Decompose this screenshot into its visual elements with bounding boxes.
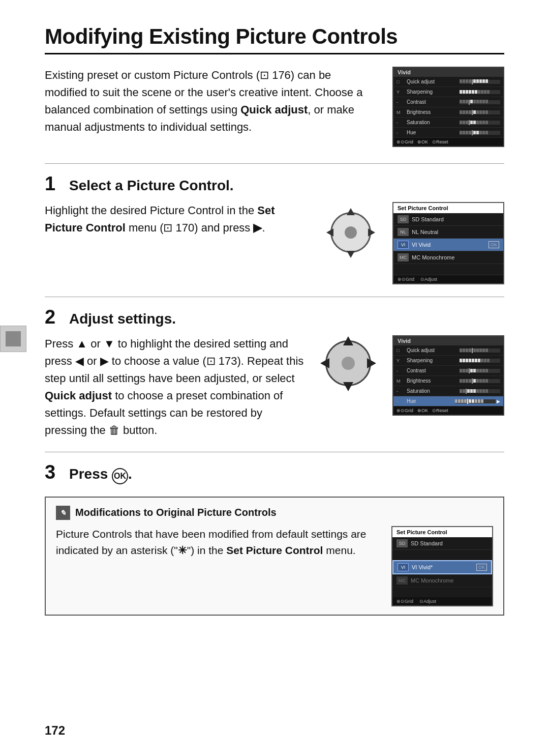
screen2-icon-sd: SD: [398, 215, 409, 223]
screen1-icon-5: -: [396, 120, 405, 125]
screen1-bar-4: [460, 110, 500, 114]
dpad-step2: [320, 335, 376, 391]
dpad2-arrow-left: [320, 358, 329, 368]
screen4-label-sd: SD Standard: [411, 540, 488, 546]
screen3-row-saturation: - Saturation: [393, 386, 503, 396]
screen1-label-6: Hue: [407, 130, 460, 135]
step3-section: 3 Press OK.: [45, 452, 504, 484]
note-title: Modifications to Original Picture Contro…: [75, 507, 277, 518]
step3-title: Press OK.: [69, 466, 132, 484]
screen-vivid-1: Vivid □ Quick adjust Y: [392, 67, 504, 147]
screen1-row-saturation: - Saturation: [393, 118, 503, 128]
screen1-icon-4: M: [396, 110, 405, 115]
intro-block: Existing preset or custom Picture Contro…: [45, 67, 504, 147]
screen1-label-1: Quick adjust: [407, 79, 460, 84]
screen2-label-sd: SD Standard: [412, 216, 499, 222]
step1-section: 1 Select a Picture Control. Highlight th…: [45, 163, 504, 284]
screen4-icon-sd: SD: [396, 539, 408, 547]
step1-title: Select a Picture Control.: [69, 178, 234, 194]
screen1-icon-2: Y: [396, 90, 405, 95]
screen4-icon-vi: VI: [398, 563, 409, 571]
screen1-row-contrast: - Contrast: [393, 97, 503, 107]
screen1-bar-5: [460, 121, 500, 125]
step2-text: Press ▲ or ▼ to highlight the desired se…: [45, 335, 304, 440]
screen2-item-mc: MC MC Monochrome: [393, 251, 503, 264]
screen1-footer-ok: ⊛OK: [417, 139, 428, 144]
step2-header: 2 Adjust settings.: [45, 307, 504, 327]
screen2-item-nl: NL NL Neutral: [393, 226, 503, 239]
step1-number: 1: [45, 174, 63, 193]
screen4-ok-vi: OK: [476, 564, 487, 571]
screen2-footer: ⊛⊙Grid ⊙Adjust: [393, 275, 503, 283]
screen-set-picture-control-2: Set Picture Control SD SD Standard VI VI…: [391, 526, 493, 606]
note-icon: ✎: [56, 506, 70, 520]
dpad-step1: [325, 207, 376, 258]
screen3-icon-2: Y: [396, 358, 405, 363]
screen3-row-hue: - Hue ▶: [393, 396, 503, 406]
screen1-icon-6: -: [396, 130, 405, 135]
note-content: Picture Controls that have been modified…: [56, 526, 493, 606]
screen2-item-vi: VI VI Vivid OK: [393, 239, 503, 251]
screen3-icon-1: □: [396, 348, 405, 353]
screen3-label-2: Sharpening: [407, 358, 460, 363]
step2-title: Adjust settings.: [69, 311, 176, 327]
screen4-item-sd: SD SD Standard: [392, 537, 492, 550]
screen3-bar-5: [460, 389, 500, 393]
screen4-item-vi: VI VI Vivid* OK: [392, 560, 492, 574]
screen3-bar-3: [460, 369, 500, 373]
screen1-row-hue: - Hue: [393, 128, 503, 138]
screen4-label-vi: VI Vivid*: [412, 564, 476, 570]
page-number: 172: [45, 723, 65, 738]
screen3-label-4: Brightness: [407, 378, 460, 384]
screen3-icon-5: -: [396, 389, 405, 394]
screen3-label-6: Hue: [407, 398, 455, 404]
ok-circle: OK: [112, 468, 128, 484]
screen3-footer-ok: ⊛OK: [417, 408, 428, 413]
screen1-row-quickadjust: □ Quick adjust: [393, 77, 503, 87]
screen3-label-3: Contrast: [407, 368, 460, 373]
screen1-bar-1: [460, 80, 500, 84]
step3-number: 3: [45, 462, 63, 482]
screen2-label-mc: MC Monochrome: [412, 254, 499, 260]
screen1-bar-2: [460, 90, 500, 94]
screen1-footer: ⊛⊙Grid ⊛OK ⊙Reset: [393, 138, 503, 146]
screen1-bar-6: [460, 131, 500, 135]
screen3-label-5: Saturation: [407, 388, 460, 394]
dpad-arrow-down: [347, 251, 355, 258]
step2-text-area: Press ▲ or ▼ to highlight the desired se…: [45, 335, 304, 440]
screen1-label-2: Sharpening: [407, 89, 460, 95]
screen1-icon-1: □: [396, 79, 405, 84]
screen3-bar-4: [460, 379, 500, 383]
screen3-bar-6: [455, 399, 496, 403]
dpad-center: [345, 226, 357, 239]
step1-text: Highlight the desired Picture Control in…: [45, 202, 309, 237]
screen4-footer-grid: ⊛⊙Grid: [396, 599, 413, 604]
step2-section: 2 Adjust settings. Press ▲ or ▼ to highl…: [45, 297, 504, 440]
screen1-label-3: Contrast: [407, 99, 460, 105]
dpad2-arrow-up: [343, 336, 353, 345]
screen1-bar-3: [460, 100, 500, 104]
screen3-row-brightness: M Brightness: [393, 376, 503, 386]
screen2-footer-grid: ⊛⊙Grid: [398, 277, 414, 282]
screen3-icon-6: -: [396, 399, 405, 404]
screen4-empty1: [392, 550, 492, 560]
screen2-item-sd: SD SD Standard: [393, 213, 503, 226]
screen1-title: Vivid: [393, 68, 503, 77]
note-text: Picture Controls that have been modified…: [56, 526, 379, 559]
screen4-empty2: [392, 587, 492, 597]
dpad-arrow-up: [347, 208, 355, 215]
step1-content: Highlight the desired Picture Control in…: [45, 202, 504, 284]
dpad2-arrow-right: [367, 358, 376, 368]
intro-text: Existing preset or custom Picture Contro…: [45, 67, 376, 136]
screen3-row-sharpening: Y Sharpening: [393, 356, 503, 366]
step3-header: 3 Press OK.: [45, 462, 504, 484]
screen4-item-mc: MC MC Monochrome: [392, 574, 492, 587]
screen3-label-1: Quick adjust: [407, 347, 460, 353]
screen4-icon-mc: MC: [396, 576, 408, 585]
screen3-bar-1: [460, 348, 500, 353]
step2-content: Press ▲ or ▼ to highlight the desired se…: [45, 335, 504, 440]
dpad-arrow-right: [368, 228, 375, 237]
screen4-footer: ⊛⊙Grid ⊙Adjust: [392, 597, 492, 605]
screen2-label-vi: VI Vivid: [412, 242, 489, 248]
screen3-footer-reset: ⊙Reset: [432, 408, 448, 413]
